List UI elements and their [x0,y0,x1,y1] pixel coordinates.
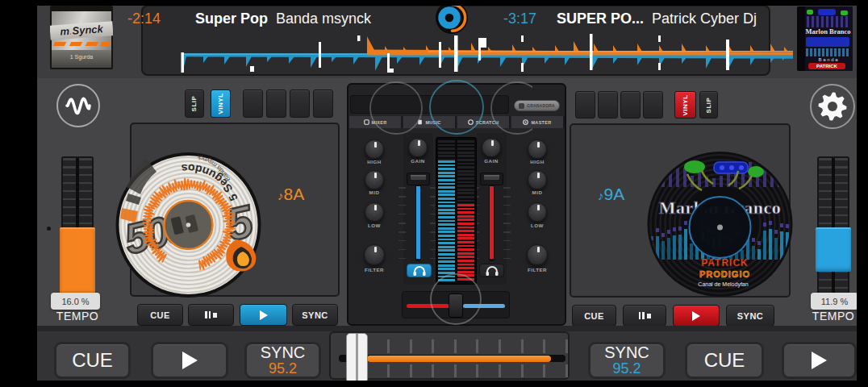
svg-text:PATRICK: PATRICK [701,257,749,268]
svg-text:Canal de Melodyfan: Canal de Melodyfan [698,281,748,288]
svg-text:PRODIGIO: PRODIGIO [699,269,750,279]
